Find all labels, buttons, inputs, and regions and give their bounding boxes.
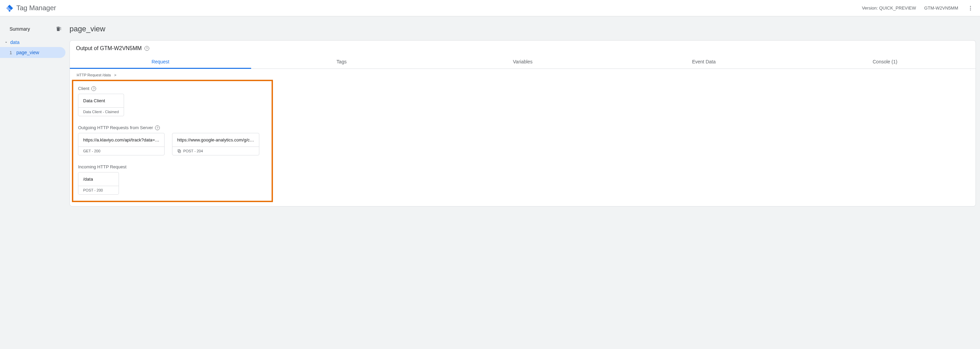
outgoing-request-card[interactable]: https://a.klaviyo.com/api/track?data=… G… (78, 133, 165, 155)
output-label: Output of GTM-W2VN5MM (76, 45, 142, 51)
outgoing-section-label: Outgoing HTTP Requests from Server ? (78, 125, 267, 130)
client-status: Data Client - Claimed (78, 107, 124, 116)
header-left: Tag Manager (5, 4, 56, 12)
main-content: page_view Output of GTM-W2VN5MM ? Reques… (65, 16, 980, 349)
page-title: page_view (70, 24, 976, 33)
clear-icon[interactable] (55, 26, 61, 32)
svg-rect-8 (178, 150, 180, 152)
breadcrumb: HTTP Request /data > (70, 69, 975, 80)
outgoing-url: https://www.google-analytics.com/g/c… (172, 133, 259, 147)
chevron-down-icon (4, 40, 8, 44)
help-icon[interactable]: ? (91, 86, 96, 91)
outgoing-url: https://a.klaviyo.com/api/track?data=… (78, 133, 164, 147)
outgoing-status: POST - 204 (172, 147, 259, 155)
client-name: Data Client (78, 94, 124, 107)
tab-variables[interactable]: Variables (432, 55, 613, 69)
client-card[interactable]: Data Client Data Client - Claimed (78, 94, 124, 116)
incoming-path: /data (78, 172, 119, 186)
svg-point-0 (9, 10, 11, 11)
incoming-section-label: Incoming HTTP Request (78, 164, 267, 169)
svg-rect-4 (60, 28, 61, 28)
header-right: Version: QUICK_PREVIEW GTM-W2VN5MM (862, 4, 975, 12)
svg-point-1 (970, 6, 971, 7)
outgoing-requests-row: https://a.klaviyo.com/api/track?data=… G… (78, 133, 267, 157)
client-section-label: Client ? (78, 86, 267, 91)
tab-tags[interactable]: Tags (251, 55, 433, 69)
incoming-status: POST - 200 (78, 186, 119, 194)
help-icon[interactable]: ? (155, 126, 160, 130)
sidebar: Summary data 1 page_view (0, 16, 65, 349)
tab-event-data[interactable]: Event Data (613, 55, 795, 69)
container-id-label: GTM-W2VN5MM (924, 5, 958, 11)
breadcrumb-path[interactable]: HTTP Request /data (77, 73, 111, 77)
more-vert-icon[interactable] (966, 4, 975, 12)
request-highlight-box: Client ? Data Client Data Client - Claim… (72, 80, 273, 202)
sidebar-summary-row[interactable]: Summary (0, 24, 65, 38)
svg-rect-7 (178, 150, 181, 153)
help-icon[interactable]: ? (145, 46, 149, 51)
outgoing-status: GET - 200 (78, 147, 164, 155)
sidebar-item-label: page_view (16, 50, 39, 55)
svg-point-2 (970, 8, 971, 8)
card-header: Output of GTM-W2VN5MM ? (70, 41, 975, 51)
output-card: Output of GTM-W2VN5MM ? Request Tags Var… (70, 40, 976, 207)
tabs: Request Tags Variables Event Data Consol… (70, 55, 975, 69)
sidebar-item-num: 1 (10, 50, 12, 55)
sidebar-group-data[interactable]: data (0, 38, 65, 47)
body-wrap: Summary data 1 page_view page_view (0, 16, 980, 349)
tab-request[interactable]: Request (70, 55, 251, 69)
summary-label: Summary (10, 26, 30, 32)
svg-rect-6 (60, 30, 61, 30)
tab-console[interactable]: Console (1) (794, 55, 975, 69)
incoming-request-card[interactable]: /data POST - 200 (78, 172, 119, 194)
breadcrumb-sep: > (114, 73, 116, 77)
svg-rect-5 (60, 29, 61, 29)
copy-icon (177, 149, 181, 153)
outgoing-request-card[interactable]: https://www.google-analytics.com/g/c… PO… (172, 133, 259, 155)
app-header: Tag Manager Version: QUICK_PREVIEW GTM-W… (0, 0, 980, 16)
tag-manager-logo-icon (5, 4, 14, 12)
app-title: Tag Manager (16, 4, 56, 12)
version-label: Version: QUICK_PREVIEW (862, 5, 916, 11)
sidebar-item-page-view[interactable]: 1 page_view (0, 47, 65, 58)
sidebar-group-label: data (10, 40, 19, 45)
svg-point-3 (970, 9, 971, 10)
